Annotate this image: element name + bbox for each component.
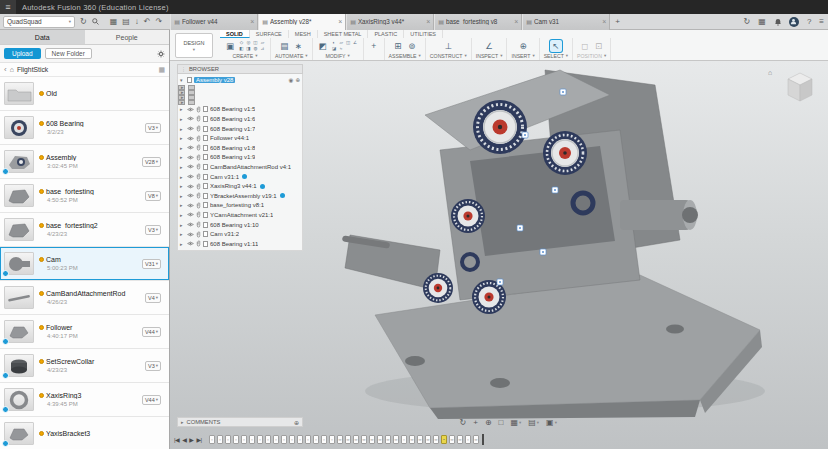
timeline-feature-icon[interactable]: ▫ [297,435,304,444]
help-icon[interactable]: ? [807,18,811,26]
browser-row[interactable]: ▸YCamAttachment v21:1 [178,210,302,220]
breadcrumb[interactable]: FlightStick [17,66,155,73]
data-item[interactable]: Cam5:00:23 PMV31▾ [0,247,169,281]
eye-icon[interactable] [187,126,194,131]
timeline-joint-icon[interactable]: ∞ [369,435,376,444]
chevron-right-icon[interactable]: ▸ [180,154,185,160]
eye-icon[interactable] [187,193,194,198]
eye-icon[interactable] [187,222,194,227]
assemble-tool-icon[interactable]: ⊞ [392,40,404,52]
position-tool-icon[interactable]: ◻ [579,40,591,52]
eye-icon[interactable] [187,136,194,141]
upload-button[interactable]: Upload [4,48,41,59]
chevron-down-icon[interactable]: ▾ [180,77,185,83]
eye-icon[interactable] [187,116,194,121]
chevron-right-icon[interactable]: ▸ [180,106,185,112]
pan-icon[interactable]: + [473,418,478,427]
version-badge[interactable]: V28▾ [142,157,161,167]
chevron-right-icon[interactable]: ▸ [180,231,185,237]
browser-row[interactable]: ▸YBracketAssembly v19:1 [178,191,302,201]
timeline-joint-icon[interactable]: ∞ [345,435,352,444]
version-badge[interactable]: V8▾ [145,191,161,201]
timeline-feature-icon[interactable]: ▫ [281,435,288,444]
ribbon-tab-surface[interactable]: SURFACE [250,30,289,38]
position-tool-icon[interactable]: ⊡ [593,40,605,52]
extensions-icon[interactable]: ▦ [758,18,766,26]
timeline-feature-icon[interactable]: ▫ [217,435,224,444]
notifications-icon[interactable] [774,18,782,26]
chevron-right-icon[interactable]: ▸ [180,241,185,247]
zoom-icon[interactable]: ⊕ [485,418,492,427]
document-tab[interactable]: ▤Cam v31× [522,14,610,30]
step-back-icon[interactable]: ◀ [182,436,186,443]
chevron-right-icon[interactable]: ▸ [180,145,185,151]
browser-row[interactable]: ▸608 Bearing v1:5 [178,105,302,115]
timeline-feature-icon[interactable]: ▫ [273,435,280,444]
timeline-joint-icon[interactable]: ∞ [337,435,344,444]
app-menu-icon[interactable]: ≡ [0,0,16,14]
timeline-feature-icon[interactable]: ▫ [465,435,472,444]
timeline-feature-icon[interactable]: ▫ [265,435,272,444]
chevron-right-icon[interactable]: ▸ [180,164,185,170]
chevron-right-icon[interactable]: ▸ [180,222,185,228]
eye-icon[interactable] [187,184,194,189]
save-icon[interactable]: ↓ [135,18,139,26]
data-item[interactable]: SetScrewCollar4/23/23V3▾ [0,349,169,383]
timeline-joint-icon[interactable]: ∞ [473,435,480,444]
browser-row[interactable]: ▸608 Bearing v1:10 [178,220,302,230]
group-label-automate[interactable]: AUTOMATE▾ [275,52,308,59]
eye-icon[interactable] [187,107,194,112]
timeline-joint-icon[interactable]: ∞ [449,435,456,444]
document-tab[interactable]: ▤base_fortesting v8× [434,14,522,30]
browser-row[interactable]: ▸608 Bearing v1:8 [178,143,302,153]
browser-row[interactable]: ▸XaxisRing3 v44:1 [178,181,302,191]
viewports-icon[interactable]: ▣▾ [546,418,557,427]
group-label-position[interactable]: POSITION▾ [577,52,606,59]
timeline-feature-icon[interactable]: ▫ [329,435,336,444]
timeline-feature-icon[interactable]: ▫ [289,435,296,444]
group-label-inspect[interactable]: INSPECT▾ [476,52,503,59]
go-to-end-icon[interactable]: ▶| [196,436,201,443]
document-tab[interactable]: ▤Assembly v28*× [258,14,346,30]
data-item[interactable]: 608 Bearing3/2/23V3▾ [0,111,169,145]
ribbon-tab-sheet-metal[interactable]: SHEET METAL [318,30,369,38]
viewport[interactable]: ⋮ BROWSER ▾Assembly v28◉⊕▸Document Setti… [170,61,828,449]
document-tab[interactable]: ▤Follower v44× [170,14,258,30]
browser-row[interactable]: ▸CamBandAttachmentRod v4:1 [178,162,302,172]
browser-row[interactable]: ▸608 Bearing v1:9 [178,153,302,163]
timeline-joint-icon[interactable]: ∞ [377,435,384,444]
home-icon[interactable]: ⌂ [768,69,772,76]
timeline-joint-icon[interactable]: ∞ [457,435,464,444]
display-settings-icon[interactable]: ▦▾ [510,418,521,427]
eye-icon[interactable] [187,241,194,246]
version-badge[interactable]: V4▾ [145,293,161,303]
group-label-insert[interactable]: INSERT▾ [511,52,534,59]
view-cube-graphic[interactable] [780,67,820,107]
modify-tool-icon[interactable]: ∠ [352,39,359,46]
eye-icon[interactable] [187,232,194,237]
data-item[interactable]: CamBandAttachmentRod4/26/23V4▾ [0,281,169,315]
timeline-marker[interactable] [482,434,484,445]
version-badge[interactable]: V31▾ [142,259,161,269]
user-avatar[interactable] [789,17,799,27]
timeline-joint-icon[interactable]: ∞ [425,435,432,444]
grid-settings-icon[interactable]: ▤▾ [528,418,539,427]
document-tab[interactable]: ▤XaxisRing3 v44*× [346,14,434,30]
eye-icon[interactable] [187,203,194,208]
ribbon-tab-plastic[interactable]: PLASTIC [368,30,404,38]
create-tool-icon[interactable]: ▣ [224,40,236,52]
chevron-right-icon[interactable]: ▸ [180,116,185,122]
timeline-feature-icon[interactable]: ▫ [241,435,248,444]
data-item[interactable]: base_fortesting24/23/23V3▾ [0,213,169,247]
chevron-right-icon[interactable]: ▸ [180,126,185,132]
close-icon[interactable]: × [250,18,254,25]
construct-tool-icon[interactable]: ⊥ [442,40,454,52]
timeline-joint-icon[interactable]: ∞ [393,435,400,444]
timeline-feature-icon[interactable]: ▫ [321,435,328,444]
timeline-joint-icon[interactable]: ∞ [417,435,424,444]
ribbon-tab-mesh[interactable]: MESH [289,30,318,38]
close-icon[interactable]: × [426,18,430,25]
chevron-right-icon[interactable]: ▸ [180,183,185,189]
data-item[interactable]: Old [0,77,169,111]
eye-icon[interactable] [187,174,194,179]
